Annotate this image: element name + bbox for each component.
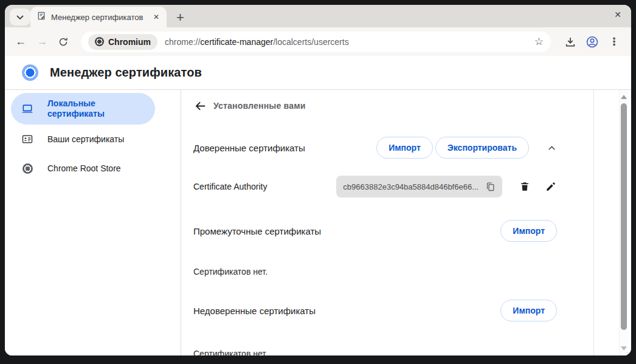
profile-avatar-icon[interactable] [584, 33, 601, 50]
untrusted-certs-section-row: Недоверенные сертификаты Импорт [193, 300, 557, 321]
site-chip-label: Chromium [108, 37, 151, 47]
sidebar-item-local-certificates[interactable]: Локальные сертификаты [11, 93, 155, 125]
certificate-hash-chip: cb9663882e3c94ba5884d846bf6e66... [336, 176, 502, 197]
trusted-certs-section-row: Доверенные сертификаты Импорт Экспортиро… [193, 137, 557, 159]
window-close-icon[interactable]: ✕ [614, 10, 621, 19]
subpage-header: Установленные вами [193, 90, 557, 112]
subpage-title: Установленные вами [213, 101, 306, 111]
download-icon[interactable] [562, 33, 579, 50]
tab-title: Менеджер сертификатов [51, 13, 147, 22]
url-host: certificate-manager [200, 37, 273, 47]
section-title: Недоверенные сертификаты [193, 306, 316, 316]
back-nav-icon[interactable]: ← [12, 33, 29, 50]
scroll-down-icon[interactable] [621, 346, 627, 351]
main-content: Установленные вами Доверенные сертификат… [181, 90, 594, 355]
chromium-gray-icon [21, 162, 33, 174]
page-title: Менеджер сертификатов [50, 66, 202, 80]
edit-icon[interactable] [545, 180, 557, 193]
chevron-up-icon[interactable] [547, 143, 557, 153]
tab-strip: Менеджер сертификатов ✕ + ✕ [5, 5, 631, 27]
scrollbar[interactable] [619, 90, 628, 355]
scrollbar-thumb[interactable] [621, 103, 627, 330]
forward-nav-icon[interactable]: → [33, 33, 50, 50]
tab-close-icon[interactable]: ✕ [152, 13, 161, 21]
menu-dots-icon[interactable]: ⋮ [606, 33, 623, 50]
import-button[interactable]: Импорт [500, 220, 557, 242]
sidebar: Локальные сертификаты Ваши сертификаты C… [5, 90, 181, 355]
copy-icon[interactable] [484, 180, 496, 193]
sidebar-item-your-certificates[interactable]: Ваши сертификаты [5, 125, 155, 154]
chromium-mono-icon [95, 37, 104, 46]
page-header: Менеджер сертификатов [5, 56, 631, 90]
page-body: Локальные сертификаты Ваши сертификаты C… [5, 90, 631, 355]
no-certificates-text: Сертификатов нет. [193, 267, 557, 278]
intermediate-certs-section-row: Промежуточные сертификаты Импорт [193, 220, 557, 242]
browser-window: Менеджер сертификатов ✕ + ✕ ← → Chromium… [5, 5, 631, 355]
import-button[interactable]: Импорт [376, 137, 433, 159]
tab-search-button[interactable] [10, 9, 30, 26]
certificate-hash: cb9663882e3c94ba5884d846bf6e66... [343, 182, 479, 191]
section-title: Доверенные сертификаты [193, 143, 305, 153]
sidebar-item-label: Chrome Root Store [47, 163, 121, 173]
laptop-icon [21, 103, 33, 115]
sidebar-item-chrome-root-store[interactable]: Chrome Root Store [5, 154, 155, 183]
browser-tab[interactable]: Менеджер сертификатов ✕ [30, 7, 167, 27]
browser-toolbar: ← → Chromium chrome://certificate-manage… [5, 27, 631, 56]
id-card-icon [21, 133, 33, 145]
chevron-down-icon [16, 12, 24, 22]
new-tab-button[interactable]: + [176, 11, 184, 24]
export-button[interactable]: Экспортировать [435, 137, 529, 159]
no-certificates-text: Сертификатов нет. [193, 349, 557, 355]
certificate-row: Certificate Authority cb9663882e3c94ba58… [193, 176, 557, 197]
url-scheme: chrome:// [165, 37, 200, 47]
url-text: chrome://certificate-manager/localcerts/… [165, 37, 349, 47]
url-bar[interactable]: Chromium chrome://certificate-manager/lo… [81, 32, 551, 52]
chromium-logo-icon [22, 64, 38, 81]
sidebar-item-label: Ваши сертификаты [47, 134, 124, 144]
reload-icon[interactable] [55, 33, 72, 50]
url-path: /localcerts/usercerts [273, 37, 348, 47]
import-button[interactable]: Импорт [500, 300, 557, 321]
certificate-name: Certificate Authority [193, 182, 267, 191]
bookmark-star-icon[interactable]: ☆ [534, 35, 544, 48]
section-title: Промежуточные сертификаты [193, 226, 321, 236]
page-icon [36, 11, 46, 23]
scroll-up-icon[interactable] [621, 95, 627, 99]
sidebar-item-label: Локальные сертификаты [47, 98, 119, 119]
site-chip[interactable]: Chromium [88, 34, 157, 50]
back-arrow-icon[interactable] [193, 99, 207, 112]
delete-icon[interactable] [519, 180, 531, 193]
